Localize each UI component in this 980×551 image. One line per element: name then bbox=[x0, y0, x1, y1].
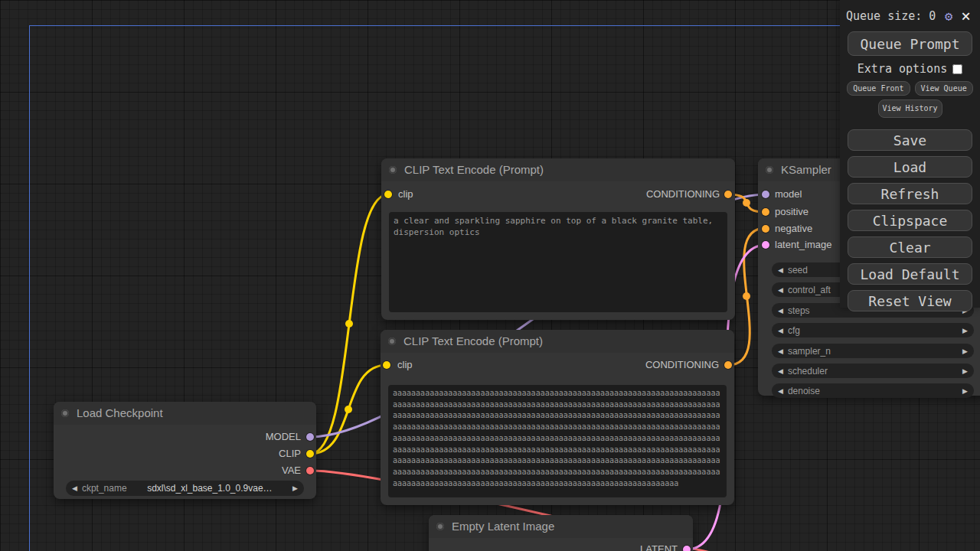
settings-gear-icon[interactable]: ⚙ bbox=[945, 8, 952, 24]
prompt-textarea[interactable]: aaaaaaaaaaaaaaaaaaaaaaaaaaaaaaaaaaaaaaaa… bbox=[388, 385, 727, 497]
refresh-button[interactable]: Refresh bbox=[848, 183, 972, 204]
clip-output-slot[interactable] bbox=[306, 450, 314, 458]
node-status-dot-icon bbox=[61, 409, 69, 417]
latent-image-input-label: latent_image bbox=[775, 240, 831, 250]
node-status-dot-icon bbox=[766, 166, 773, 174]
model-input-slot[interactable] bbox=[762, 191, 769, 198]
extra-options-checkbox[interactable] bbox=[952, 64, 962, 74]
node-status-dot-icon bbox=[388, 337, 396, 345]
clear-button[interactable]: Clear bbox=[848, 236, 972, 258]
increment-arrow-icon[interactable]: ▶ bbox=[962, 327, 968, 334]
decrement-arrow-icon[interactable]: ◀ bbox=[72, 484, 77, 492]
view-queue-button[interactable]: View Queue bbox=[915, 81, 973, 96]
clip-input-slot[interactable] bbox=[384, 191, 392, 198]
clipspace-button[interactable]: Clipspace bbox=[848, 210, 972, 231]
node-title: CLIP Text Encode (Prompt) bbox=[404, 163, 544, 176]
positive-input-slot[interactable] bbox=[762, 208, 769, 216]
load-button[interactable]: Load bbox=[848, 156, 972, 178]
prompt-textarea[interactable]: a clear and sparkling sapphire on top of… bbox=[389, 212, 727, 312]
decrement-arrow-icon[interactable]: ◀ bbox=[778, 387, 783, 395]
negative-input-slot[interactable] bbox=[762, 225, 769, 233]
clip-input-label: clip bbox=[398, 189, 413, 200]
widget-value: sdxl\sd_xl_base_1.0_0.9vae… bbox=[132, 483, 288, 494]
view-history-button[interactable]: View History bbox=[878, 99, 942, 118]
node-clip-text-encode-bottom[interactable]: CLIP Text Encode (Prompt) clip CONDITION… bbox=[381, 330, 734, 505]
node-title-bar[interactable]: CLIP Text Encode (Prompt) bbox=[381, 158, 735, 181]
decrement-arrow-icon[interactable]: ◀ bbox=[778, 347, 783, 355]
node-title-bar[interactable]: CLIP Text Encode (Prompt) bbox=[381, 330, 734, 353]
model-output-slot[interactable] bbox=[306, 433, 314, 441]
model-output-label: MODEL bbox=[266, 432, 301, 442]
node-title: Empty Latent Image bbox=[452, 520, 554, 533]
latent-image-input-slot[interactable] bbox=[762, 241, 769, 249]
queue-buttons-row: Queue Front View Queue bbox=[840, 81, 980, 96]
widget-name: ckpt_name bbox=[82, 483, 127, 494]
denoise-widget[interactable]: ◀ denoise ▶ bbox=[772, 383, 974, 398]
model-input-label: model bbox=[775, 189, 802, 200]
widget-name: denoise bbox=[788, 386, 820, 396]
positive-input-label: positive bbox=[775, 207, 808, 217]
conditioning-output-slot[interactable] bbox=[724, 191, 732, 198]
queue-front-button[interactable]: Queue Front bbox=[847, 81, 910, 96]
scheduler-widget[interactable]: ◀ scheduler ▶ bbox=[772, 364, 974, 378]
node-empty-latent-image[interactable]: Empty Latent Image LATENT bbox=[429, 515, 693, 551]
conditioning-output-label: CONDITIONING bbox=[645, 360, 719, 370]
clip-input-label: clip bbox=[397, 360, 413, 370]
reset-view-button[interactable]: Reset View bbox=[848, 290, 972, 311]
latent-output-label: LATENT bbox=[640, 544, 678, 551]
conditioning-output-label: CONDITIONING bbox=[646, 189, 720, 200]
widget-name: sampler_n bbox=[788, 346, 831, 357]
node-title-bar[interactable]: Load Checkpoint bbox=[54, 402, 316, 425]
sampler-name-widget[interactable]: ◀ sampler_n ▶ bbox=[772, 344, 974, 358]
decrement-arrow-icon[interactable]: ◀ bbox=[778, 327, 783, 334]
decrement-arrow-icon[interactable]: ◀ bbox=[778, 367, 783, 375]
widget-name: seed bbox=[788, 265, 808, 276]
cfg-widget[interactable]: ◀ cfg ▶ bbox=[772, 323, 974, 337]
clip-output-label: CLIP bbox=[279, 448, 301, 459]
extra-options-label: Extra options bbox=[858, 62, 947, 76]
conditioning-output-slot[interactable] bbox=[724, 361, 732, 369]
menu-actions: Save Load Refresh Clipspace Clear Load D… bbox=[840, 129, 980, 311]
decrement-arrow-icon[interactable]: ◀ bbox=[778, 266, 783, 274]
close-icon[interactable]: × bbox=[961, 11, 971, 21]
node-clip-text-encode-top[interactable]: CLIP Text Encode (Prompt) clip CONDITION… bbox=[381, 158, 735, 320]
widget-name: scheduler bbox=[788, 366, 828, 377]
vae-output-slot[interactable] bbox=[306, 467, 314, 474]
node-title: KSampler bbox=[781, 163, 831, 176]
queue-size-label: Queue size: 0 bbox=[846, 9, 945, 23]
menu-header: Queue size: 0 ⚙ × bbox=[840, 0, 980, 27]
comfy-menu[interactable]: Queue size: 0 ⚙ × Queue Prompt Extra opt… bbox=[840, 0, 980, 308]
clip-input-slot[interactable] bbox=[383, 361, 390, 369]
node-title: Load Checkpoint bbox=[77, 406, 163, 419]
vae-output-label: VAE bbox=[282, 465, 301, 476]
node-title: CLIP Text Encode (Prompt) bbox=[403, 334, 543, 347]
widget-name: cfg bbox=[788, 325, 800, 336]
node-status-dot-icon bbox=[436, 523, 444, 530]
decrement-arrow-icon[interactable]: ◀ bbox=[778, 286, 783, 294]
save-button[interactable]: Save bbox=[848, 129, 972, 151]
increment-arrow-icon[interactable]: ▶ bbox=[292, 484, 298, 492]
decrement-arrow-icon[interactable]: ◀ bbox=[778, 307, 783, 315]
increment-arrow-icon[interactable]: ▶ bbox=[962, 387, 968, 395]
ckpt-name-widget[interactable]: ◀ ckpt_name sdxl\sd_xl_base_1.0_0.9vae… … bbox=[66, 481, 304, 496]
widget-name: control_aft bbox=[788, 285, 831, 295]
increment-arrow-icon[interactable]: ▶ bbox=[962, 367, 968, 375]
latent-output-slot[interactable] bbox=[683, 546, 691, 551]
widget-name: steps bbox=[788, 305, 810, 316]
node-load-checkpoint[interactable]: Load Checkpoint MODEL CLIP VAE ◀ ckpt_na… bbox=[54, 402, 316, 499]
node-title-bar[interactable]: Empty Latent Image bbox=[429, 515, 693, 538]
extra-options-row: Extra options bbox=[840, 62, 980, 76]
queue-prompt-button[interactable]: Queue Prompt bbox=[848, 31, 972, 56]
node-status-dot-icon bbox=[389, 166, 397, 174]
load-default-button[interactable]: Load Default bbox=[848, 263, 972, 285]
node-canvas[interactable]: CLIP Text Encode (Prompt) clip CONDITION… bbox=[0, 0, 980, 551]
negative-input-label: negative bbox=[775, 223, 812, 234]
increment-arrow-icon[interactable]: ▶ bbox=[962, 347, 968, 355]
